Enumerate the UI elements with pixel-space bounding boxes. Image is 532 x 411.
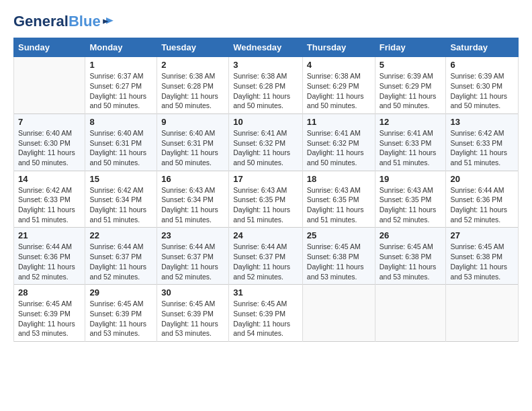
day-cell: 30Sunrise: 6:45 AM Sunset: 6:39 PM Dayli… xyxy=(157,285,229,342)
col-header-friday: Friday xyxy=(375,38,446,57)
day-info: Sunrise: 6:45 AM Sunset: 6:39 PM Dayligh… xyxy=(89,299,152,338)
day-info: Sunrise: 6:45 AM Sunset: 6:38 PM Dayligh… xyxy=(380,242,442,281)
day-cell: 7Sunrise: 6:40 AM Sunset: 6:30 PM Daylig… xyxy=(14,113,85,171)
day-number: 2 xyxy=(161,60,224,70)
day-number: 26 xyxy=(380,230,442,240)
day-cell: 10Sunrise: 6:41 AM Sunset: 6:32 PM Dayli… xyxy=(229,113,303,171)
day-number: 30 xyxy=(161,287,224,298)
col-header-tuesday: Tuesday xyxy=(157,38,229,57)
day-number: 14 xyxy=(18,174,81,184)
day-cell: 20Sunrise: 6:44 AM Sunset: 6:36 PM Dayli… xyxy=(446,171,519,228)
day-number: 19 xyxy=(380,174,442,184)
day-cell: 8Sunrise: 6:40 AM Sunset: 6:31 PM Daylig… xyxy=(85,113,157,171)
day-number: 22 xyxy=(89,230,152,240)
day-cell: 24Sunrise: 6:44 AM Sunset: 6:37 PM Dayli… xyxy=(229,228,303,285)
day-cell: 26Sunrise: 6:45 AM Sunset: 6:38 PM Dayli… xyxy=(375,228,446,285)
day-number: 27 xyxy=(450,230,514,240)
day-number: 13 xyxy=(450,117,514,127)
header-row: SundayMondayTuesdayWednesdayThursdayFrid… xyxy=(14,38,519,57)
day-cell: 5Sunrise: 6:39 AM Sunset: 6:29 PM Daylig… xyxy=(375,57,446,114)
day-number: 1 xyxy=(89,60,152,70)
day-cell: 14Sunrise: 6:42 AM Sunset: 6:33 PM Dayli… xyxy=(14,171,85,228)
day-cell: 18Sunrise: 6:43 AM Sunset: 6:35 PM Dayli… xyxy=(302,171,375,228)
day-info: Sunrise: 6:38 AM Sunset: 6:29 PM Dayligh… xyxy=(307,71,371,111)
day-info: Sunrise: 6:42 AM Sunset: 6:34 PM Dayligh… xyxy=(89,185,152,225)
day-cell: 3Sunrise: 6:38 AM Sunset: 6:28 PM Daylig… xyxy=(229,57,303,114)
day-info: Sunrise: 6:39 AM Sunset: 6:30 PM Dayligh… xyxy=(450,71,514,111)
week-row-3: 14Sunrise: 6:42 AM Sunset: 6:33 PM Dayli… xyxy=(14,171,519,228)
day-cell: 11Sunrise: 6:41 AM Sunset: 6:32 PM Dayli… xyxy=(302,113,375,171)
header: GeneralBlue xyxy=(13,13,519,30)
day-number: 7 xyxy=(18,117,81,127)
day-info: Sunrise: 6:39 AM Sunset: 6:29 PM Dayligh… xyxy=(380,71,442,111)
day-info: Sunrise: 6:40 AM Sunset: 6:31 PM Dayligh… xyxy=(89,128,152,168)
day-cell xyxy=(446,285,519,342)
col-header-sunday: Sunday xyxy=(14,38,85,57)
day-cell: 17Sunrise: 6:43 AM Sunset: 6:35 PM Dayli… xyxy=(229,171,303,228)
week-row-4: 21Sunrise: 6:44 AM Sunset: 6:36 PM Dayli… xyxy=(14,228,519,285)
day-info: Sunrise: 6:43 AM Sunset: 6:35 PM Dayligh… xyxy=(233,185,298,225)
day-info: Sunrise: 6:40 AM Sunset: 6:30 PM Dayligh… xyxy=(18,128,81,168)
day-number: 6 xyxy=(450,60,514,70)
day-cell: 23Sunrise: 6:44 AM Sunset: 6:37 PM Dayli… xyxy=(157,228,229,285)
day-info: Sunrise: 6:38 AM Sunset: 6:28 PM Dayligh… xyxy=(233,71,298,111)
day-number: 8 xyxy=(89,117,152,127)
day-number: 31 xyxy=(233,287,298,298)
day-info: Sunrise: 6:41 AM Sunset: 6:32 PM Dayligh… xyxy=(307,128,371,168)
day-info: Sunrise: 6:43 AM Sunset: 6:35 PM Dayligh… xyxy=(307,185,371,225)
day-number: 11 xyxy=(307,117,371,127)
day-info: Sunrise: 6:40 AM Sunset: 6:31 PM Dayligh… xyxy=(161,128,224,168)
day-info: Sunrise: 6:45 AM Sunset: 6:38 PM Dayligh… xyxy=(450,242,514,281)
col-header-saturday: Saturday xyxy=(446,38,519,57)
week-row-5: 28Sunrise: 6:45 AM Sunset: 6:39 PM Dayli… xyxy=(14,285,519,342)
day-cell xyxy=(375,285,446,342)
day-info: Sunrise: 6:38 AM Sunset: 6:28 PM Dayligh… xyxy=(161,71,224,111)
day-info: Sunrise: 6:43 AM Sunset: 6:34 PM Dayligh… xyxy=(161,185,224,225)
svg-marker-0 xyxy=(106,17,114,24)
day-cell: 12Sunrise: 6:41 AM Sunset: 6:33 PM Dayli… xyxy=(375,113,446,171)
day-cell: 21Sunrise: 6:44 AM Sunset: 6:36 PM Dayli… xyxy=(14,228,85,285)
col-header-monday: Monday xyxy=(85,38,157,57)
logo-text: GeneralBlue xyxy=(13,13,101,30)
day-number: 25 xyxy=(307,230,371,240)
day-cell: 28Sunrise: 6:45 AM Sunset: 6:39 PM Dayli… xyxy=(14,285,85,342)
day-number: 15 xyxy=(89,174,152,184)
day-cell: 1Sunrise: 6:37 AM Sunset: 6:27 PM Daylig… xyxy=(85,57,157,114)
day-info: Sunrise: 6:37 AM Sunset: 6:27 PM Dayligh… xyxy=(89,71,152,111)
day-cell: 19Sunrise: 6:43 AM Sunset: 6:35 PM Dayli… xyxy=(375,171,446,228)
day-cell: 2Sunrise: 6:38 AM Sunset: 6:28 PM Daylig… xyxy=(157,57,229,114)
day-cell: 25Sunrise: 6:45 AM Sunset: 6:38 PM Dayli… xyxy=(302,228,375,285)
day-info: Sunrise: 6:44 AM Sunset: 6:36 PM Dayligh… xyxy=(18,242,81,281)
col-header-wednesday: Wednesday xyxy=(229,38,303,57)
day-cell: 27Sunrise: 6:45 AM Sunset: 6:38 PM Dayli… xyxy=(446,228,519,285)
logo: GeneralBlue xyxy=(13,13,114,30)
col-header-thursday: Thursday xyxy=(302,38,375,57)
day-cell xyxy=(14,57,85,114)
day-cell: 6Sunrise: 6:39 AM Sunset: 6:30 PM Daylig… xyxy=(446,57,519,114)
day-number: 3 xyxy=(233,60,298,70)
week-row-2: 7Sunrise: 6:40 AM Sunset: 6:30 PM Daylig… xyxy=(14,113,519,171)
day-number: 4 xyxy=(307,60,371,70)
day-number: 17 xyxy=(233,174,298,184)
day-info: Sunrise: 6:44 AM Sunset: 6:37 PM Dayligh… xyxy=(161,242,224,281)
day-cell: 9Sunrise: 6:40 AM Sunset: 6:31 PM Daylig… xyxy=(157,113,229,171)
day-info: Sunrise: 6:41 AM Sunset: 6:32 PM Dayligh… xyxy=(233,128,298,168)
day-info: Sunrise: 6:42 AM Sunset: 6:33 PM Dayligh… xyxy=(450,128,514,168)
day-number: 10 xyxy=(233,117,298,127)
day-info: Sunrise: 6:45 AM Sunset: 6:39 PM Dayligh… xyxy=(233,299,298,338)
logo-icon xyxy=(102,15,114,28)
day-info: Sunrise: 6:42 AM Sunset: 6:33 PM Dayligh… xyxy=(18,185,81,225)
day-number: 12 xyxy=(380,117,442,127)
page: GeneralBlue SundayMondayTuesdayWednesday… xyxy=(0,0,532,411)
day-cell: 15Sunrise: 6:42 AM Sunset: 6:34 PM Dayli… xyxy=(85,171,157,228)
day-number: 16 xyxy=(161,174,224,184)
day-info: Sunrise: 6:45 AM Sunset: 6:39 PM Dayligh… xyxy=(18,299,81,338)
day-number: 29 xyxy=(89,287,152,298)
day-number: 23 xyxy=(161,230,224,240)
day-cell: 29Sunrise: 6:45 AM Sunset: 6:39 PM Dayli… xyxy=(85,285,157,342)
day-number: 28 xyxy=(18,287,81,298)
day-cell: 16Sunrise: 6:43 AM Sunset: 6:34 PM Dayli… xyxy=(157,171,229,228)
day-number: 9 xyxy=(161,117,224,127)
day-cell: 31Sunrise: 6:45 AM Sunset: 6:39 PM Dayli… xyxy=(229,285,303,342)
day-cell: 22Sunrise: 6:44 AM Sunset: 6:37 PM Dayli… xyxy=(85,228,157,285)
